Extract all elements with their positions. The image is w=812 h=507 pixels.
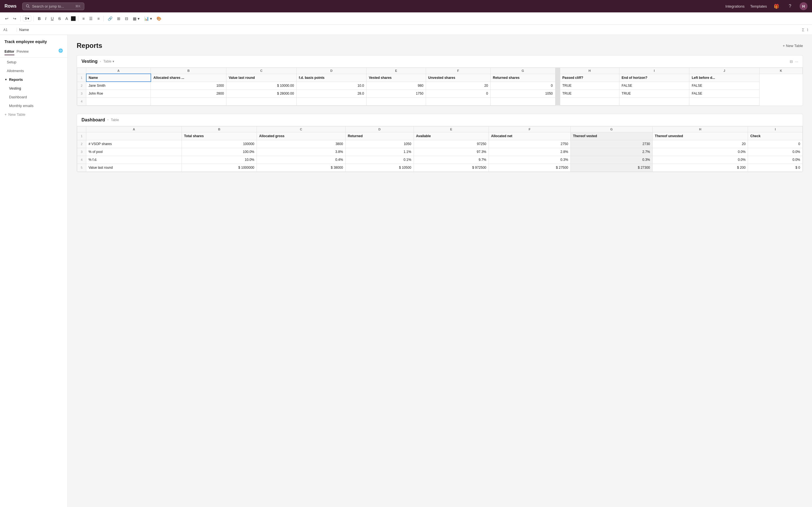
globe-icon[interactable]: 🌐 [58,48,63,55]
dashboard-cell-C4[interactable]: 0.4% [257,156,345,164]
vesting-col-H[interactable]: H [560,68,619,74]
dashboard-cell-H3[interactable]: 0.0% [652,148,748,156]
vesting-cell-A4[interactable] [86,98,151,105]
vesting-cell-B3[interactable]: 2800 [151,90,226,98]
vesting-cell-B2[interactable]: 1000 [151,82,226,90]
dashboard-cell-B5[interactable]: $ 1000000 [182,164,257,172]
tab-editor[interactable]: Editor [4,48,14,55]
dashboard-cell-F3[interactable]: 2.8% [489,148,570,156]
vesting-cell-A2[interactable]: Jane Smith [86,82,151,90]
dashboard-cell-I5[interactable]: $ 0 [748,164,803,172]
dashboard-cell-D4[interactable]: 0.1% [345,156,414,164]
vesting-cell-B4[interactable] [151,98,226,105]
dashboard-cell-E1[interactable]: Available [414,132,489,140]
paint-button[interactable]: 🎨 [155,15,163,22]
dashboard-cell-D3[interactable]: 1.1% [345,148,414,156]
merge-button[interactable]: ⊟ [123,15,130,22]
dashboard-cell-G5[interactable]: $ 27300 [571,164,652,172]
underline-button[interactable]: U [49,15,55,22]
border-button[interactable]: ▦ ▾ [131,15,141,22]
dashboard-cell-B4[interactable]: 10.0% [182,156,257,164]
integrations-link[interactable]: Integrations [725,4,745,8]
vesting-type-badge[interactable]: Table ▾ [103,59,114,63]
dashboard-cell-I4[interactable]: 0.0% [748,156,803,164]
vesting-cell-G3[interactable]: 1050 [491,90,555,98]
dashboard-cell-D2[interactable]: 1050 [345,140,414,148]
dashboard-cell-A2[interactable]: # VSOP shares [86,140,182,148]
vesting-col-K[interactable]: K [759,68,802,74]
avatar[interactable]: H [800,2,808,10]
help-icon[interactable]: ? [786,2,794,10]
dashboard-cell-A4[interactable]: % f.d. [86,156,182,164]
sidebar-item-dashboard[interactable]: Dashboard [0,93,67,101]
undo-button[interactable]: ↩ [3,15,10,22]
vesting-cell-I1[interactable]: End of horizon? [619,74,689,82]
dashboard-col-G[interactable]: G [571,126,652,132]
align-left-button[interactable]: ≡ [81,15,86,22]
vesting-cell-G4[interactable] [491,98,555,105]
chart-button[interactable]: 📊 ▾ [142,15,154,22]
dashboard-cell-F2[interactable]: 2750 [489,140,570,148]
add-table-button[interactable]: + New Table [0,110,67,119]
vesting-col-F[interactable]: F [426,68,490,74]
vesting-cell-F3[interactable]: 0 [426,90,490,98]
dashboard-col-A[interactable]: A [86,126,182,132]
new-table-button[interactable]: + New Table [783,44,803,48]
vesting-cell-C3[interactable]: $ 28000.00 [226,90,297,98]
dashboard-cell-E5[interactable]: $ 972500 [414,164,489,172]
dashboard-col-H[interactable]: H [652,126,748,132]
dashboard-cell-D5[interactable]: $ 10500 [345,164,414,172]
tab-preview[interactable]: Preview [17,48,29,55]
vesting-cell-F1[interactable]: Unvested shares [426,74,490,82]
sidebar-section-reports[interactable]: ▼ Reports [0,75,67,84]
dashboard-col-D[interactable]: D [345,126,414,132]
vesting-cell-I3[interactable]: TRUE [619,90,689,98]
strikethrough-button[interactable]: S [56,15,62,22]
dashboard-cell-A3[interactable]: % of pool [86,148,182,156]
color-swatch[interactable] [71,16,76,21]
italic-button[interactable]: I [43,15,48,22]
dashboard-cell-H4[interactable]: 0.0% [652,156,748,164]
vesting-cell-C2[interactable]: $ 10000.00 [226,82,297,90]
sidebar-item-setup[interactable]: Setup [0,58,67,66]
vesting-cell-H2[interactable]: TRUE [560,82,619,90]
vesting-col-E[interactable]: E [366,68,426,74]
font-size-picker[interactable]: 9 ▾ [23,15,31,21]
dashboard-cell-E3[interactable]: 97.3% [414,148,489,156]
dashboard-cell-H2[interactable]: 20 [652,140,748,148]
vesting-cell-I4[interactable] [619,98,689,105]
vesting-cell-J1[interactable]: Left before d... [689,74,760,82]
vesting-cell-A1[interactable]: Name [86,74,151,82]
dashboard-cell-G1[interactable]: Thereof vested [571,132,652,140]
dashboard-cell-I1[interactable]: Check [748,132,803,140]
vesting-cell-G1[interactable]: Returned shares [491,74,555,82]
filter-icon[interactable]: ⊟ [790,59,793,64]
text-color-button[interactable]: A [64,15,70,22]
dashboard-cell-G3[interactable]: 2.7% [571,148,652,156]
vesting-cell-C1[interactable]: Value last round [226,74,297,82]
vesting-cell-J3[interactable]: FALSE [689,90,760,98]
vesting-col-I[interactable]: I [619,68,689,74]
vesting-cell-E2[interactable]: 980 [366,82,426,90]
vesting-cell-E3[interactable]: 1750 [366,90,426,98]
vesting-col-A[interactable]: A [86,68,151,74]
dashboard-cell-F1[interactable]: Allocated net [489,132,570,140]
format-button[interactable]: ⊞ [115,15,122,22]
vesting-col-D[interactable]: D [296,68,366,74]
dashboard-cell-I2[interactable]: 0 [748,140,803,148]
vesting-col-G[interactable]: G [491,68,555,74]
fx-icon[interactable]: ⌇ [807,27,809,32]
dashboard-cell-G4[interactable]: 0.3% [571,156,652,164]
dashboard-cell-H1[interactable]: Thereof unvested [652,132,748,140]
vesting-cell-D1[interactable]: f.d. basis points [296,74,366,82]
templates-link[interactable]: Templates [750,4,767,8]
sidebar-item-vesting[interactable]: Vesting [0,84,67,93]
dashboard-col-E[interactable]: E [414,126,489,132]
dashboard-cell-C2[interactable]: 3800 [257,140,345,148]
dashboard-cell-G2[interactable]: 2730 [571,140,652,148]
dashboard-col-B[interactable]: B [182,126,257,132]
formula-content[interactable]: Name [19,27,800,32]
vesting-cell-D3[interactable]: 28.0 [296,90,366,98]
align-center-button[interactable]: ☰ [87,15,94,22]
dashboard-cell-E4[interactable]: 9.7% [414,156,489,164]
